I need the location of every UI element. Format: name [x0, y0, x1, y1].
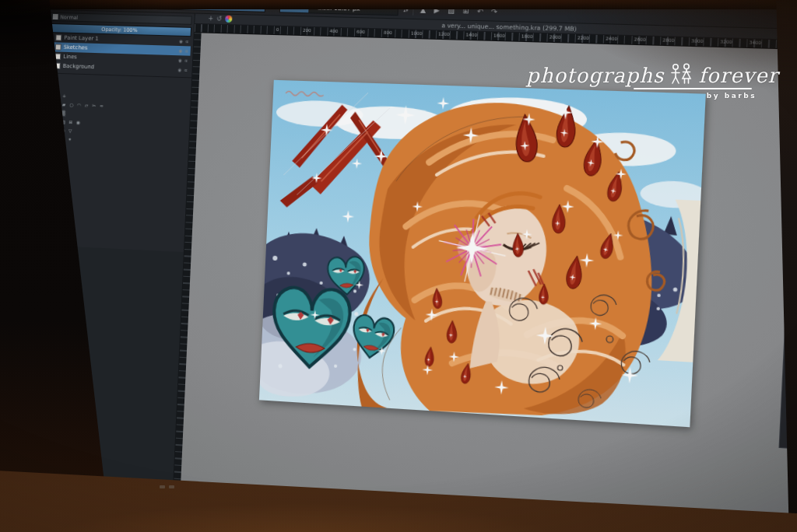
layers-blend-dropdown[interactable]: Normal [49, 12, 192, 25]
layer-name: Background [62, 63, 175, 73]
toolbar-sub-row: +↺ [208, 15, 233, 23]
ruler-tick-label: 0 [276, 27, 279, 32]
refresh-icon[interactable]: ↺ [216, 15, 222, 22]
ruler-tick-label: 1600 [493, 33, 505, 38]
layer-lock-icons[interactable]: ◉ α [177, 68, 188, 73]
ruler-tick-label: 200 [303, 28, 311, 33]
ruler-tick-label: 2800 [662, 37, 674, 43]
watermark-word2: forever [698, 65, 778, 86]
tool-icon[interactable]: ≈ [98, 103, 104, 109]
stick-figure-couple-icon [669, 62, 693, 87]
layer-list: ◉Paint Layer 1◉ α◉Sketches◉ α◉Lines◉ α◉B… [47, 33, 191, 75]
toolbar-sub-icons: +↺ [208, 15, 222, 23]
artwork-canvas[interactable] [259, 80, 706, 427]
tool-icon[interactable]: ✦ [67, 136, 73, 142]
ruler-tick-label: 1400 [465, 32, 477, 37]
layer-thumbnail [55, 44, 61, 50]
watermark-line: photographs forever [526, 62, 757, 86]
ruler-tick-label: 600 [356, 30, 365, 35]
ruler-tick-label: 1800 [521, 33, 533, 39]
photographer-watermark: photographs forever by barbs [526, 62, 757, 100]
tool-icon[interactable]: ▱ [83, 102, 90, 108]
expand-icon[interactable]: + [208, 15, 213, 22]
monitor-bezel-top [0, 0, 797, 9]
layer-lock-icons[interactable]: ◉ α [179, 48, 189, 54]
ruler-tick-label: 2600 [634, 37, 646, 42]
tool-icon[interactable]: ◠ [75, 102, 82, 108]
ruler-tick-label: 3400 [750, 40, 762, 45]
layers-docker: Normal Opacity: 100% ◉Paint Layer 1◉ α◉S… [44, 10, 195, 79]
photo-of-monitor: a very... unique... something.kra (299.7… [0, 0, 797, 532]
tool-icon[interactable]: ▽ [67, 128, 73, 134]
layers-opacity-label: Opacity: 100% [101, 26, 138, 33]
tool-icon[interactable]: + [61, 93, 68, 99]
layer-lock-icons[interactable]: ◉ α [178, 58, 188, 63]
tool-icon[interactable]: ○ [68, 102, 75, 108]
ruler-tick-label: 400 [329, 29, 338, 34]
tool-icon[interactable]: ◉ [75, 119, 81, 125]
ruler-tick-label: 1200 [438, 31, 450, 37]
layer-lock-icons[interactable]: ◉ α [179, 39, 189, 44]
color-wheel-icon[interactable] [225, 16, 232, 23]
layers-blend-swatch-icon [53, 14, 58, 19]
ruler-tick-label: 3000 [691, 38, 704, 44]
tool-icon[interactable]: ▰ [61, 101, 67, 107]
watermark-byline: by barbs [526, 92, 757, 100]
layers-blend-value: Normal [60, 14, 78, 21]
monitor-logo [160, 485, 174, 488]
watermark-underline [634, 88, 752, 89]
ruler-tick-label: 2000 [549, 34, 561, 40]
ruler-tick-label: 800 [384, 30, 392, 36]
tool-icon[interactable]: ✂ [91, 103, 97, 109]
ruler-tick-label: 2200 [578, 35, 589, 40]
watermark-word1: photographs [526, 65, 664, 86]
ruler-tick-label: 2400 [606, 36, 617, 41]
ruler-tick-label: 1000 [411, 30, 423, 36]
tool-icon[interactable]: ⊞ [68, 119, 74, 125]
layer-thumbnail [56, 34, 62, 40]
ruler-tick-label: 3200 [720, 39, 732, 44]
artwork-illustration [259, 80, 706, 427]
